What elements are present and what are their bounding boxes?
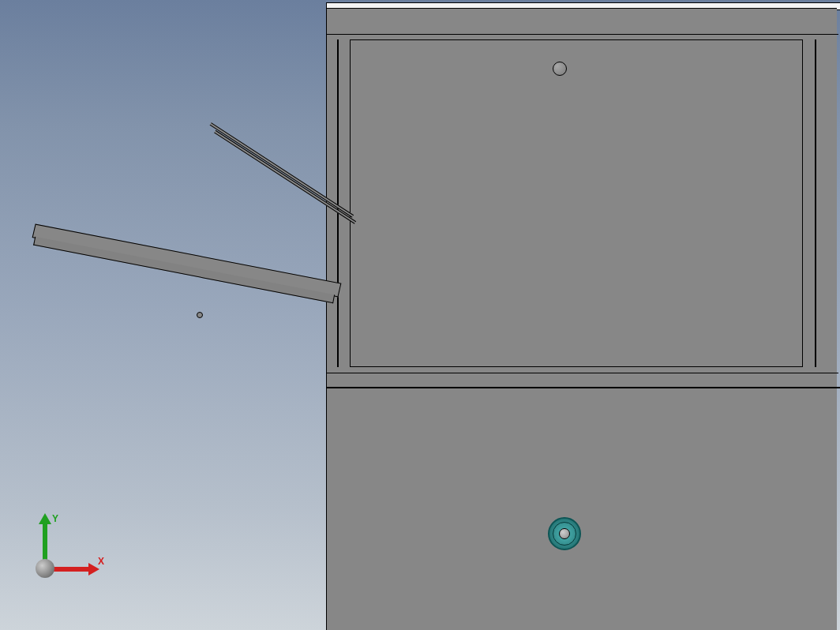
axis-x-arrow[interactable] (52, 567, 92, 572)
model-tray-bottom-face (33, 237, 335, 304)
model-tray-arm[interactable] (22, 223, 341, 349)
model-strut-pivot (197, 312, 203, 318)
axis-x-label: X (98, 556, 104, 567)
model-right-rail (815, 39, 816, 367)
model-left-rail (337, 39, 339, 367)
cad-viewport[interactable]: X Y (0, 0, 840, 630)
axis-y-arrow[interactable] (43, 521, 47, 561)
axis-triad[interactable]: X Y (24, 523, 87, 586)
model-door-panel[interactable] (350, 39, 803, 367)
model-tray-top-face (32, 223, 342, 297)
model-door-hole (553, 62, 567, 76)
model-drain-bore (559, 528, 570, 539)
axis-origin-sphere[interactable] (36, 559, 54, 578)
model-mid-separator-edge (326, 387, 840, 388)
axis-y-label: Y (52, 513, 58, 524)
